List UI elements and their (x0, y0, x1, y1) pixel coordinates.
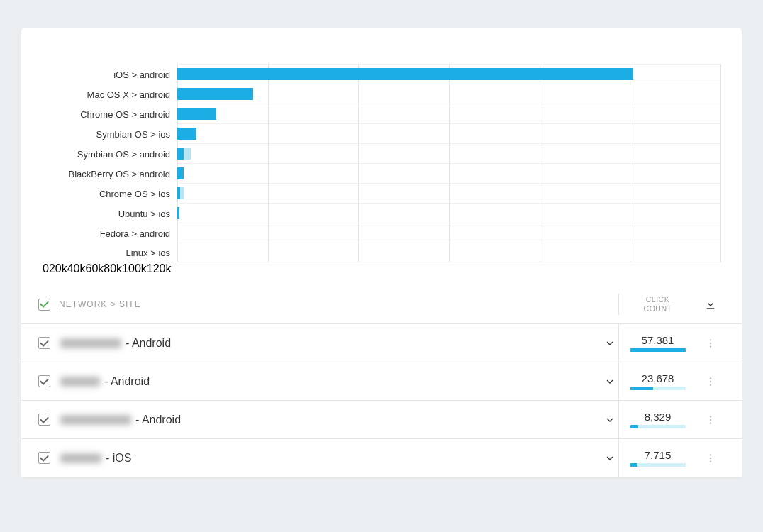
more-vertical-icon (705, 338, 716, 349)
chart-bar[interactable] (177, 68, 633, 80)
chart-plot-area: iOS > androidMac OS X > androidChrome OS… (177, 64, 720, 262)
chart-bar-label: Symbian OS > ios (96, 128, 177, 139)
click-count-bar (630, 463, 686, 467)
chart-bar-row: Symbian OS > ios (177, 123, 720, 143)
row-checkbox[interactable] (38, 375, 50, 387)
svg-point-5 (710, 384, 711, 385)
more-vertical-icon (705, 453, 716, 464)
chart-bar-label: Mac OS X > android (87, 89, 177, 99)
row-menu-button[interactable] (696, 376, 725, 387)
chart-bar[interactable] (177, 207, 179, 219)
row-name: - iOS (60, 452, 131, 465)
chart-bar-row: Symbian OS > android (177, 143, 720, 163)
svg-point-2 (710, 345, 711, 347)
expand-button[interactable] (601, 376, 618, 387)
table-row: - Android23,678 (21, 362, 742, 401)
svg-point-0 (710, 339, 711, 340)
click-count-cell: 7,715 (618, 439, 696, 477)
row-menu-button[interactable] (696, 338, 725, 349)
chart-bar-row: Chrome OS > android (177, 104, 720, 123)
chart-x-tick: 100k (122, 262, 147, 275)
chart-bar-label: Fedora > android (100, 228, 177, 238)
chart-bar[interactable] (184, 148, 191, 160)
click-count-value: 57,381 (642, 334, 674, 346)
svg-point-10 (710, 458, 711, 459)
click-count-cell: 57,381 (618, 324, 696, 362)
column-header-click-count[interactable]: CLICK COUNT (618, 294, 696, 315)
expand-button[interactable] (601, 414, 618, 426)
chart-bar-row: BlackBerry OS > android (177, 163, 720, 183)
click-count-cell: 8,329 (618, 401, 696, 438)
chevron-down-icon (604, 414, 616, 426)
chart-bar-label: Linux > ios (126, 248, 177, 258)
chart-bar-label: Ubuntu > ios (118, 208, 177, 218)
row-name: - Android (60, 375, 150, 388)
row-name: - Android (60, 414, 181, 426)
expand-button[interactable] (601, 338, 618, 349)
dashboard-card: iOS > androidMac OS X > androidChrome OS… (21, 28, 742, 477)
svg-point-1 (710, 343, 711, 344)
chart-bar-row: Chrome OS > ios (177, 183, 720, 203)
row-checkbox[interactable] (38, 452, 50, 464)
chevron-down-icon (604, 376, 616, 387)
chart-bar-row: Ubuntu > ios (177, 203, 720, 223)
click-count-value: 23,678 (642, 372, 674, 384)
svg-point-8 (710, 422, 711, 423)
svg-point-7 (710, 419, 711, 421)
row-suffix: - Android (126, 337, 171, 350)
row-name: - Android (60, 337, 171, 350)
row-suffix: - iOS (106, 452, 131, 465)
svg-point-11 (710, 460, 711, 462)
click-count-bar (630, 387, 686, 390)
table-row: - Android8,329 (21, 401, 742, 439)
redacted-name (60, 338, 121, 348)
table-header: NETWORK > SITE CLICK COUNT (21, 285, 742, 324)
table-body: - Android57,381 - Android23,678 - Androi… (21, 324, 742, 477)
expand-button[interactable] (601, 453, 618, 464)
svg-point-9 (710, 454, 711, 455)
redacted-name (60, 453, 101, 463)
table-row: - iOS7,715 (21, 439, 742, 477)
chart-x-axis (177, 45, 720, 61)
select-all-checkbox[interactable] (38, 299, 50, 311)
chart-bar-label: Chrome OS > android (80, 109, 177, 119)
chart-bar[interactable] (177, 167, 184, 179)
row-checkbox[interactable] (38, 337, 50, 349)
download-button[interactable] (696, 298, 725, 311)
svg-point-3 (710, 377, 711, 379)
chart-bar[interactable] (177, 128, 196, 140)
chart-bar-row: Linux > ios (177, 243, 720, 262)
click-count-bar (630, 348, 686, 352)
click-count-value: 8,329 (645, 411, 672, 423)
click-count-cell: 23,678 (618, 362, 696, 400)
more-vertical-icon (705, 414, 716, 426)
table-row: - Android57,381 (21, 324, 742, 362)
chart-bar-row: iOS > android (177, 64, 720, 84)
click-count-value: 7,715 (645, 449, 672, 461)
row-menu-button[interactable] (696, 414, 725, 426)
chart-bar[interactable] (177, 108, 216, 120)
chart-bar[interactable] (177, 88, 253, 100)
chart-x-tick: 20k (49, 262, 67, 275)
chart-bar[interactable] (177, 148, 184, 160)
chart-bar-label: Symbian OS > android (77, 148, 177, 159)
download-icon (704, 298, 717, 311)
click-count-bar (630, 425, 686, 428)
row-checkbox[interactable] (38, 414, 50, 426)
svg-point-4 (710, 381, 711, 382)
row-menu-button[interactable] (696, 453, 725, 464)
row-suffix: - Android (135, 414, 181, 426)
chart-x-tick: 40k (67, 262, 86, 275)
chart-x-tick: 120k (147, 262, 172, 275)
chart-bar-row: Mac OS X > android (177, 84, 720, 104)
svg-point-6 (710, 416, 711, 417)
chart-bar-label: BlackBerry OS > android (69, 168, 177, 179)
chart-x-tick: 60k (86, 262, 104, 275)
chart-bar-label: Chrome OS > ios (99, 188, 177, 199)
chart-bar[interactable] (180, 187, 184, 199)
chart-x-tick: 80k (104, 262, 122, 275)
chart-container: iOS > androidMac OS X > androidChrome OS… (21, 28, 742, 285)
chart-bar-row: Fedora > android (177, 223, 720, 243)
row-suffix: - Android (104, 375, 150, 388)
more-vertical-icon (705, 376, 716, 387)
